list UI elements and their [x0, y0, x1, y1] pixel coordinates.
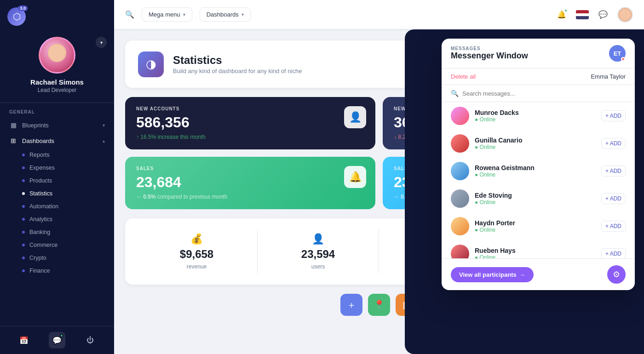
contact-avatar — [451, 245, 469, 258]
dashboards-label: Dashboards — [22, 137, 98, 144]
sales-green-label: SALES — [136, 166, 364, 171]
stats-icon: ◑ — [138, 51, 164, 77]
stats-icon-symbol: ◑ — [146, 57, 156, 71]
messenger-search-input[interactable] — [462, 90, 626, 97]
contact-add-button[interactable]: + ADD — [601, 221, 626, 232]
delete-all-button[interactable]: Delete all — [451, 73, 476, 80]
avatar-image — [40, 37, 74, 74]
analytics-label: Analytics — [29, 216, 52, 223]
contact-status: ● Online — [475, 199, 596, 206]
sidebar-item-blueprints[interactable]: ▦ Blueprints ▾ — [0, 117, 114, 133]
contact-status: ● Online — [475, 227, 596, 233]
contact-name: Gunilla Canario — [475, 137, 596, 144]
finance-dot — [22, 269, 25, 272]
dashboards-nav-label: Dashboards — [207, 11, 239, 18]
sidebar-item-crypto[interactable]: Crypto — [0, 251, 114, 264]
sidebar-item-dashboards[interactable]: ⊞ Dashboards ▴ — [0, 133, 114, 148]
reports-label: Reports — [29, 152, 50, 158]
automation-dot — [22, 205, 25, 208]
sidebar-item-analytics[interactable]: Analytics — [0, 213, 114, 226]
profile-chevron[interactable]: ▾ — [96, 37, 107, 48]
notification-dot — [564, 9, 568, 12]
language-flag[interactable] — [576, 10, 589, 19]
reports-dot — [22, 154, 25, 156]
sidebar-item-banking[interactable]: Banking — [0, 226, 114, 239]
contact-info: Rueben Hays ● Online — [475, 247, 596, 258]
add-action-btn[interactable]: ＋ — [340, 294, 362, 316]
avatar — [39, 37, 75, 74]
contact-item[interactable]: Munroe Dacks ● Online + ADD — [442, 102, 635, 130]
revenue-value: $9,658 — [180, 248, 213, 261]
emma-taylor-label: Emma Taylor — [591, 73, 626, 80]
stats-title: Statistics — [173, 54, 302, 67]
nav-icons: 🔔 💬 — [554, 7, 633, 23]
calendar-icon-btn[interactable]: 📅 — [16, 332, 32, 348]
sidebar-item-reports[interactable]: Reports — [0, 148, 114, 161]
view-all-participants-button[interactable]: View all participants → — [451, 267, 534, 282]
contact-name: Munroe Dacks — [475, 109, 596, 116]
location-action-btn[interactable]: 📍 — [368, 294, 390, 316]
contact-add-button[interactable]: + ADD — [601, 138, 626, 149]
contact-add-button[interactable]: + ADD — [601, 166, 626, 177]
contact-item[interactable]: Rowena Geistmann ● Online + ADD — [442, 157, 635, 185]
revenue-label: revenue — [187, 263, 207, 270]
contact-item[interactable]: Gunilla Canario ● Online + ADD — [442, 130, 635, 157]
messenger-search-bar: 🔍 — [442, 85, 635, 102]
sidebar-item-commerce[interactable]: Commerce — [0, 239, 114, 251]
dashboards-button[interactable]: Dashboards ▾ — [200, 7, 251, 22]
contact-status: ● Online — [475, 116, 596, 123]
contact-avatar — [451, 134, 469, 153]
messages-icon-btn[interactable]: 💬 — [595, 7, 611, 23]
top-navbar: 🔍 Mega menu ▾ Dashboards ▾ 🔔 💬 — [114, 0, 644, 29]
dashboards-arrow: ▴ — [103, 138, 105, 143]
mini-stat-users: 👤 23,594 users — [258, 229, 379, 274]
sidebar-item-finance[interactable]: Finance — [0, 264, 114, 277]
user-role: Lead Developer — [38, 87, 77, 93]
blueprints-icon: ▦ — [9, 121, 17, 129]
notification-bell-btn[interactable]: 🔔 — [554, 7, 569, 23]
sidebar-item-products[interactable]: Products — [0, 174, 114, 187]
new-accounts-card: NEW ACCOUNTS 586,356 ↑ 16.5% increase th… — [125, 97, 375, 149]
sidebar-item-statistics[interactable]: Statistics — [0, 187, 114, 200]
sidebar-item-automation[interactable]: Automation — [0, 200, 114, 213]
finance-label: Finance — [29, 268, 50, 274]
current-user-status-dot — [621, 57, 625, 61]
banking-label: Banking — [29, 229, 50, 235]
messenger-footer: View all participants → ⚙ — [442, 258, 635, 290]
crypto-label: Crypto — [29, 255, 46, 261]
new-accounts-change-text: ↑ 16.5% increase this month — [136, 134, 206, 140]
automation-label: Automation — [29, 203, 58, 210]
contact-add-button[interactable]: + ADD — [601, 248, 626, 258]
power-icon-btn[interactable]: ⏻ — [82, 332, 98, 348]
current-user-avatar: ET — [609, 45, 626, 62]
content-area: ◑ Statistics Build any kind of dashboard… — [114, 29, 644, 354]
revenue-icon: 💰 — [190, 233, 203, 245]
dashboards-nav-chevron: ▾ — [242, 12, 244, 17]
messenger-section-label: MESSAGES — [451, 46, 528, 51]
contact-add-button[interactable]: + ADD — [601, 193, 626, 204]
main-content: 🔍 Mega menu ▾ Dashboards ▾ 🔔 💬 ◑ — [114, 0, 644, 354]
sales-green-card: SALES 23,684 ↔ 0.5% compared to previous… — [125, 157, 375, 209]
contact-item[interactable]: Haydn Porter ● Online + ADD — [442, 212, 635, 240]
messenger-header: MESSAGES Messenger Window ET — [442, 39, 635, 69]
contact-info: Munroe Dacks ● Online — [475, 109, 596, 123]
contact-item[interactable]: Rueben Hays ● Online + ADD — [442, 240, 635, 258]
dashboards-icon: ⊞ — [9, 137, 17, 144]
mega-menu-button[interactable]: Mega menu ▾ — [142, 7, 192, 22]
messenger-actions: Delete all Emma Taylor — [442, 69, 635, 85]
messenger-search-icon: 🔍 — [451, 90, 459, 97]
sidebar-item-expenses[interactable]: Expenses — [0, 161, 114, 174]
chat-icon-btn[interactable]: 💬 — [49, 332, 65, 348]
contact-avatar — [451, 217, 469, 235]
expenses-label: Expenses — [29, 165, 55, 171]
contact-item[interactable]: Ede Stoving ● Online + ADD — [442, 185, 635, 212]
users-value: 23,594 — [301, 248, 335, 261]
new-accounts-label: NEW ACCOUNTS — [136, 106, 364, 111]
mini-stat-revenue: 💰 $9,658 revenue — [136, 229, 258, 274]
messenger-settings-button[interactable]: ⚙ — [607, 265, 626, 284]
version-badge: 3.0 — [18, 6, 28, 11]
contact-list: Munroe Dacks ● Online + ADD Gunilla Cana… — [442, 102, 635, 258]
user-avatar-nav[interactable] — [617, 7, 633, 23]
search-icon[interactable]: 🔍 — [125, 10, 134, 19]
contact-add-button[interactable]: + ADD — [601, 110, 626, 121]
